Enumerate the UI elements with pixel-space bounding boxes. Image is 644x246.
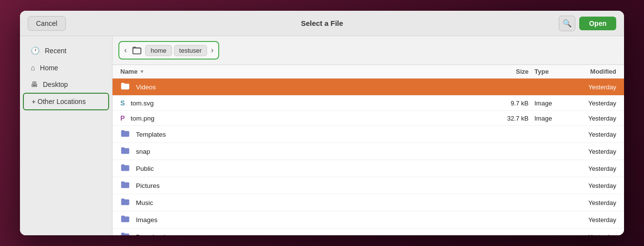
row-modified-cell: Yesterday (568, 115, 616, 122)
column-modified: Modified (568, 68, 616, 75)
folder-icon (120, 232, 130, 235)
row-name-cell: snap (120, 146, 490, 156)
folder-icon (120, 82, 130, 92)
row-type-cell: Image (529, 115, 568, 122)
home-icon: ⌂ (31, 63, 35, 72)
file-list-header: Name ▼ Size Type Modified (113, 65, 624, 79)
folder-icon (120, 198, 130, 207)
column-type: Type (529, 68, 568, 75)
table-row[interactable]: Public Yesterday (113, 160, 624, 177)
row-type-cell: Image (529, 100, 568, 107)
row-modified-cell: Yesterday (568, 148, 616, 155)
sidebar: 🕐 Recent ⌂ Home 🖶 Desktop + Other Locati… (20, 36, 113, 235)
sidebar-item-other-locations[interactable]: + Other Locations (23, 93, 109, 110)
png-file-icon: P (120, 114, 125, 122)
main-panel: ‹ home testuser › Name (113, 36, 624, 235)
sidebar-label-recent: Recent (45, 47, 66, 55)
row-modified-cell: Yesterday (568, 100, 616, 107)
row-modified-cell: Yesterday (568, 199, 616, 206)
row-name-cell: Public (120, 164, 490, 173)
desktop-icon: 🖶 (31, 80, 38, 88)
folder-icon (120, 146, 130, 156)
table-row[interactable]: snap Yesterday (113, 143, 624, 160)
row-size-cell: 9.7 kB (490, 100, 529, 107)
file-select-dialog: Cancel Select a File 🔍 Open 🕐 Recent ⌂ H… (20, 11, 624, 235)
row-name: Public (136, 165, 154, 172)
sidebar-label-desktop: Desktop (43, 81, 68, 88)
dialog-header: Cancel Select a File 🔍 Open (20, 11, 624, 36)
header-right: 🔍 Open (559, 16, 616, 31)
row-name: tom.svg (131, 100, 153, 107)
folder-icon (120, 164, 130, 173)
row-name: Videos (136, 83, 156, 91)
breadcrumb-testuser[interactable]: testuser (174, 45, 207, 56)
folder-icon (120, 129, 130, 139)
sidebar-item-recent[interactable]: 🕐 Recent (23, 42, 109, 59)
svg-rect-0 (133, 48, 141, 54)
row-modified-cell: Yesterday (568, 182, 616, 189)
row-name-cell: P tom.png (120, 114, 490, 122)
sidebar-item-home[interactable]: ⌂ Home (23, 60, 109, 76)
row-name-cell: Downloads (120, 232, 490, 235)
breadcrumb-nav-area: ‹ home testuser › (118, 41, 219, 60)
row-modified-cell: Yesterday (568, 165, 616, 172)
file-list: Name ▼ Size Type Modified (113, 65, 624, 235)
back-button[interactable]: ‹ (122, 45, 129, 56)
row-name: Templates (136, 131, 166, 138)
home-folder-icon (131, 44, 143, 57)
clock-icon: 🕐 (31, 46, 40, 55)
sidebar-label-home: Home (40, 64, 58, 72)
row-modified-cell: Yesterday (568, 131, 616, 138)
sort-arrow-icon: ▼ (139, 69, 144, 74)
row-name-cell: S tom.svg (120, 99, 490, 107)
cancel-button[interactable]: Cancel (28, 16, 66, 31)
dialog-body: 🕐 Recent ⌂ Home 🖶 Desktop + Other Locati… (20, 36, 624, 235)
row-name-cell: Music (120, 198, 490, 207)
search-icon: 🔍 (563, 19, 572, 28)
row-name-cell: Templates (120, 129, 490, 139)
row-modified-cell: Yesterday (568, 83, 616, 91)
table-row[interactable]: Music Yesterday (113, 194, 624, 211)
folder-icon (120, 181, 130, 190)
toolbar: ‹ home testuser › (113, 36, 624, 65)
breadcrumb-home[interactable]: home (145, 45, 172, 56)
table-row[interactable]: Downloads Yesterday (113, 228, 624, 235)
table-row[interactable]: Pictures Yesterday (113, 177, 624, 194)
table-row[interactable]: S tom.svg 9.7 kB Image Yesterday (113, 96, 624, 111)
column-size: Size (490, 68, 529, 75)
row-modified-cell: Yesterday (568, 216, 616, 224)
column-name: Name ▼ (120, 68, 490, 75)
svg-file-icon: S (120, 99, 125, 107)
row-name: tom.png (131, 115, 154, 122)
file-rows-container: Videos Yesterday S tom.svg 9.7 kB Image … (113, 79, 624, 235)
row-name-cell: Videos (120, 82, 490, 92)
row-modified-cell: Yesterday (568, 233, 616, 236)
row-name-cell: Images (120, 215, 490, 225)
row-name: Music (136, 199, 153, 206)
table-row[interactable]: Videos Yesterday (113, 79, 624, 96)
row-name: Downloads (136, 233, 169, 236)
row-name: Images (136, 216, 157, 224)
dialog-title: Select a File (301, 19, 343, 27)
table-row[interactable]: P tom.png 32.7 kB Image Yesterday (113, 111, 624, 126)
search-button[interactable]: 🔍 (559, 16, 575, 31)
row-name: Pictures (136, 182, 160, 189)
open-button[interactable]: Open (579, 17, 616, 30)
table-row[interactable]: Images Yesterday (113, 211, 624, 228)
sidebar-label-other-locations: + Other Locations (32, 98, 86, 105)
row-name: snap (136, 148, 150, 155)
row-size-cell: 32.7 kB (490, 115, 529, 122)
table-row[interactable]: Templates Yesterday (113, 126, 624, 143)
forward-button[interactable]: › (209, 45, 215, 56)
row-name-cell: Pictures (120, 181, 490, 190)
sidebar-item-desktop[interactable]: 🖶 Desktop (23, 76, 109, 92)
folder-icon (120, 215, 130, 225)
